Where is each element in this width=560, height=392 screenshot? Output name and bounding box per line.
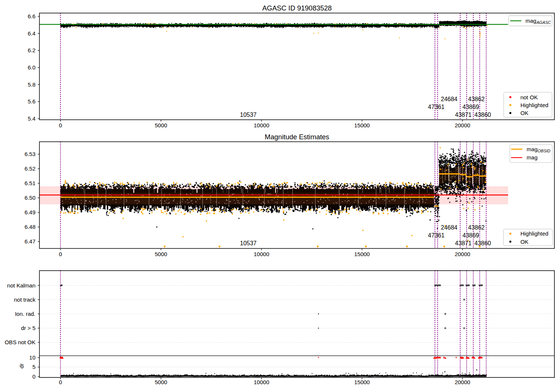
svg-text:mag: mag bbox=[527, 154, 538, 161]
svg-text:47361: 47361 bbox=[428, 104, 445, 110]
svg-text:6.53: 6.53 bbox=[25, 151, 35, 157]
svg-text:43862: 43862 bbox=[468, 224, 485, 231]
svg-text:dr > 5: dr > 5 bbox=[21, 325, 35, 331]
svg-text:10000: 10000 bbox=[254, 251, 270, 257]
svg-text:6.4: 6.4 bbox=[28, 30, 35, 37]
svg-text:dr: dr bbox=[18, 363, 25, 368]
svg-text:43871: 43871 bbox=[455, 240, 472, 246]
svg-text:20000: 20000 bbox=[455, 251, 470, 257]
svg-text:0: 0 bbox=[59, 379, 62, 385]
svg-text:15000: 15000 bbox=[354, 251, 370, 257]
svg-text:43869: 43869 bbox=[463, 232, 479, 239]
svg-text:AGASC ID 919083528: AGASC ID 919083528 bbox=[262, 4, 332, 12]
svg-text:10000: 10000 bbox=[254, 379, 270, 385]
svg-text:5.6: 5.6 bbox=[28, 98, 35, 105]
svg-text:43862: 43862 bbox=[468, 96, 485, 102]
svg-text:10537: 10537 bbox=[240, 112, 257, 118]
svg-text:Ion. rad.: Ion. rad. bbox=[15, 311, 35, 317]
svg-text:mag: mag bbox=[526, 18, 536, 24]
svg-text:6.0: 6.0 bbox=[28, 64, 35, 71]
svg-text:5000: 5000 bbox=[155, 122, 167, 128]
svg-text:24684: 24684 bbox=[441, 96, 458, 102]
svg-text:10000: 10000 bbox=[254, 122, 270, 128]
svg-text:43869: 43869 bbox=[463, 104, 479, 110]
svg-text:Highlighted: Highlighted bbox=[520, 230, 548, 237]
svg-text:10537: 10537 bbox=[240, 240, 257, 246]
svg-text:20000: 20000 bbox=[455, 379, 470, 385]
svg-text:5000: 5000 bbox=[155, 379, 167, 385]
svg-text:24684: 24684 bbox=[441, 224, 458, 231]
svg-text:6.52: 6.52 bbox=[25, 165, 35, 172]
svg-text:15000: 15000 bbox=[354, 122, 370, 128]
svg-text:6.48: 6.48 bbox=[25, 224, 35, 230]
svg-text:AGASC: AGASC bbox=[536, 20, 551, 25]
svg-text:43871: 43871 bbox=[455, 112, 472, 118]
svg-text:Highlighted: Highlighted bbox=[520, 102, 548, 108]
svg-text:15000: 15000 bbox=[354, 379, 370, 385]
svg-text:OBSID: OBSID bbox=[538, 149, 550, 153]
svg-text:6.2: 6.2 bbox=[28, 47, 35, 53]
svg-text:mag: mag bbox=[527, 146, 538, 152]
svg-text:43860: 43860 bbox=[475, 112, 491, 118]
svg-text:20000: 20000 bbox=[455, 122, 470, 128]
svg-text:5000: 5000 bbox=[155, 251, 167, 257]
svg-text:6.49: 6.49 bbox=[25, 209, 35, 215]
svg-text:not OK: not OK bbox=[520, 94, 538, 100]
svg-text:6.50: 6.50 bbox=[25, 195, 35, 201]
svg-text:0: 0 bbox=[32, 373, 35, 380]
svg-text:0: 0 bbox=[59, 251, 62, 257]
svg-text:5.4: 5.4 bbox=[28, 115, 35, 122]
svg-text:10: 10 bbox=[29, 354, 35, 361]
svg-text:OK: OK bbox=[520, 239, 529, 245]
svg-text:5: 5 bbox=[32, 364, 35, 370]
svg-text:6.6: 6.6 bbox=[28, 13, 35, 19]
svg-text:not track: not track bbox=[14, 296, 35, 303]
svg-text:not Kalman: not Kalman bbox=[7, 282, 35, 289]
svg-text:43860: 43860 bbox=[475, 240, 491, 246]
svg-text:OK: OK bbox=[520, 110, 529, 116]
svg-text:47361: 47361 bbox=[428, 232, 445, 239]
svg-text:5.8: 5.8 bbox=[28, 81, 35, 88]
svg-text:6.51: 6.51 bbox=[25, 180, 35, 186]
svg-text:6.47: 6.47 bbox=[25, 238, 35, 245]
svg-text:0: 0 bbox=[59, 122, 62, 128]
svg-text:OBS not OK: OBS not OK bbox=[4, 339, 35, 345]
svg-text:Magnitude Estimates: Magnitude Estimates bbox=[265, 133, 329, 141]
